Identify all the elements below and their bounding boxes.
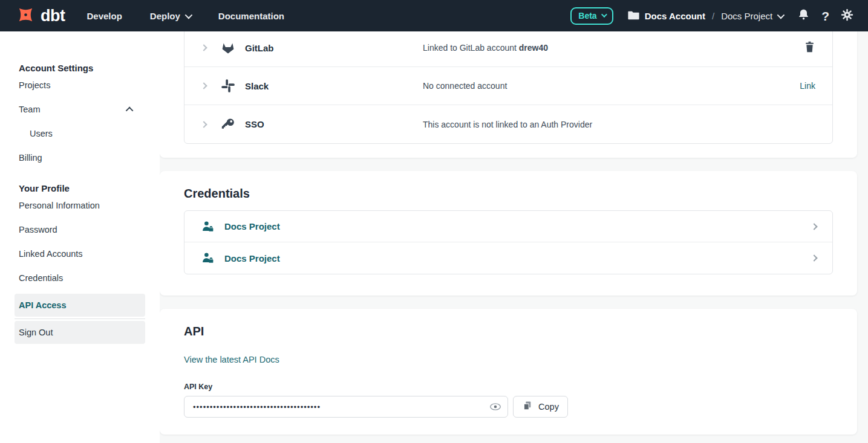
sidebar-heading-account-settings: Account Settings <box>0 63 160 73</box>
credential-row[interactable]: Docs Project <box>184 211 832 242</box>
top-navbar: dbt Develop Deploy Documentation Beta Do… <box>0 0 868 31</box>
linked-accounts-card: GitLab Linked to GitLab account drew40 <box>160 31 857 158</box>
linked-account-status: Linked to GitLab account drew40 <box>423 43 548 53</box>
chevron-down-icon <box>777 11 785 19</box>
gear-icon[interactable] <box>841 8 853 24</box>
row-actions: Link <box>800 81 815 91</box>
credentials-card: Credentials Docs Project <box>160 171 857 296</box>
linked-account-name: GitLab <box>245 43 274 53</box>
breadcrumb-separator: / <box>712 11 714 21</box>
chevron-right-icon <box>811 223 817 230</box>
nav-documentation[interactable]: Documentation <box>218 11 284 21</box>
chevron-right-icon[interactable] <box>200 121 207 128</box>
user-lock-icon <box>201 220 215 233</box>
linked-account-status: No connected account <box>423 81 507 91</box>
slack-icon <box>221 79 235 93</box>
breadcrumb-project-dropdown[interactable]: Docs Project <box>721 11 783 21</box>
user-lock-icon <box>201 251 215 265</box>
sidebar-item-api-access[interactable]: API Access <box>15 294 145 317</box>
settings-sidebar: Account Settings Projects Team Users Bil… <box>0 31 160 443</box>
chevron-right-icon[interactable] <box>200 82 207 89</box>
api-docs-link[interactable]: View the latest API Docs <box>184 355 279 364</box>
gitlab-icon <box>221 40 235 55</box>
main-content: GitLab Linked to GitLab account drew40 <box>160 31 868 443</box>
linked-account-row-gitlab[interactable]: GitLab Linked to GitLab account drew40 <box>184 31 832 67</box>
navbar-right: Beta Docs Account / Docs Project <box>570 7 868 25</box>
beta-dropdown-button[interactable]: Beta <box>570 7 613 25</box>
chevron-right-icon <box>811 254 817 261</box>
sidebar-item-projects[interactable]: Projects <box>0 73 160 97</box>
linked-account-row-sso[interactable]: SSO This account is not linked to an Aut… <box>184 105 832 143</box>
row-actions <box>804 40 815 56</box>
top-nav: Develop Deploy Documentation <box>86 11 284 21</box>
linked-account-status: This account is not linked to an Auth Pr… <box>423 120 592 129</box>
sidebar-item-users[interactable]: Users <box>0 121 160 146</box>
credentials-title: Credentials <box>160 171 857 201</box>
sidebar-heading-your-profile: Your Profile <box>0 183 160 193</box>
folder-icon <box>628 10 639 22</box>
eye-icon[interactable] <box>489 400 502 413</box>
credentials-list: Docs Project Docs Project <box>184 210 833 274</box>
linked-accounts-list: GitLab Linked to GitLab account drew40 <box>184 31 833 144</box>
key-icon <box>221 117 235 132</box>
breadcrumb: Docs Account / Docs Project <box>628 10 783 22</box>
sidebar-item-password[interactable]: Password <box>0 218 160 242</box>
navbar-icons: ? <box>797 8 853 24</box>
slack-link-button[interactable]: Link <box>800 81 815 91</box>
copy-icon <box>522 400 533 413</box>
api-key-input[interactable] <box>184 396 508 418</box>
nav-develop[interactable]: Develop <box>86 11 122 21</box>
sidebar-item-billing[interactable]: Billing <box>0 146 160 170</box>
linked-account-row-slack[interactable]: Slack No connected account Link <box>184 67 832 105</box>
credential-project-name: Docs Project <box>224 253 280 264</box>
dbt-logo[interactable]: dbt <box>0 5 65 27</box>
gitlab-username: drew40 <box>519 43 548 53</box>
breadcrumb-account[interactable]: Docs Account <box>645 11 705 21</box>
credential-project-name: Docs Project <box>224 221 280 231</box>
api-key-field-wrap <box>184 396 508 418</box>
chevron-down-icon <box>601 11 607 18</box>
sidebar-item-personal-information[interactable]: Personal Information <box>0 193 160 218</box>
copy-api-key-button[interactable]: Copy <box>513 396 568 418</box>
linked-account-name: SSO <box>245 119 264 129</box>
copy-button-label: Copy <box>538 402 559 412</box>
trash-icon[interactable] <box>804 40 815 56</box>
chevron-up-icon <box>126 106 134 114</box>
api-title: API <box>160 309 857 338</box>
chevron-down-icon <box>184 11 192 19</box>
dbt-logo-icon <box>16 5 36 27</box>
api-key-label: API Key <box>184 383 212 391</box>
linked-account-name: Slack <box>245 81 269 91</box>
help-icon[interactable]: ? <box>821 10 829 22</box>
api-card: API View the latest API Docs API Key Cop… <box>160 309 857 435</box>
sidebar-item-team[interactable]: Team <box>0 97 160 121</box>
credential-row[interactable]: Docs Project <box>184 242 832 274</box>
sidebar-item-credentials[interactable]: Credentials <box>0 266 160 290</box>
sidebar-item-linked-accounts[interactable]: Linked Accounts <box>0 242 160 266</box>
notifications-bell-icon[interactable] <box>797 8 810 24</box>
chevron-right-icon[interactable] <box>200 44 207 51</box>
nav-deploy[interactable]: Deploy <box>150 11 191 21</box>
dbt-logo-text: dbt <box>41 7 65 25</box>
sidebar-item-sign-out[interactable]: Sign Out <box>15 321 145 344</box>
sidebar-divider <box>15 319 145 319</box>
